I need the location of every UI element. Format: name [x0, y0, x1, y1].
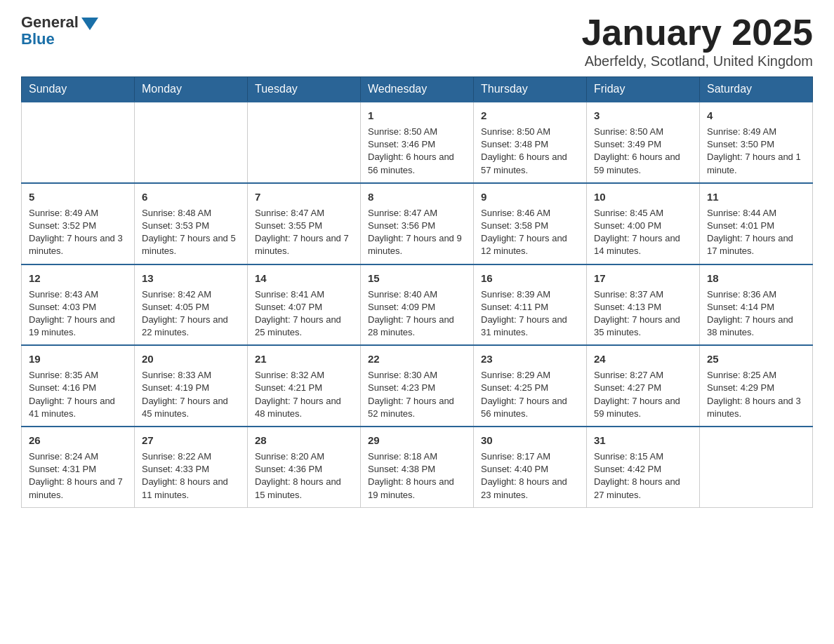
calendar-cell: 21Sunrise: 8:32 AMSunset: 4:21 PMDayligh… — [248, 345, 361, 427]
calendar-cell: 25Sunrise: 8:25 AMSunset: 4:29 PMDayligh… — [700, 345, 813, 427]
day-number: 13 — [142, 271, 240, 286]
calendar-cell: 14Sunrise: 8:41 AMSunset: 4:07 PMDayligh… — [248, 264, 361, 346]
day-info: Daylight: 7 hours and 7 minutes. — [255, 232, 353, 257]
day-number: 9 — [481, 189, 579, 204]
day-number: 6 — [142, 189, 240, 204]
day-info: Sunrise: 8:44 AM — [707, 207, 805, 220]
column-header-saturday: Saturday — [700, 77, 813, 102]
column-header-monday: Monday — [135, 77, 248, 102]
day-info: Daylight: 7 hours and 28 minutes. — [368, 314, 466, 339]
calendar-cell: 3Sunrise: 8:50 AMSunset: 3:49 PMDaylight… — [587, 102, 700, 183]
day-info: Daylight: 8 hours and 3 minutes. — [707, 395, 805, 420]
day-info: Sunset: 4:03 PM — [29, 301, 127, 314]
day-info: Sunrise: 8:45 AM — [594, 207, 692, 220]
calendar-cell: 17Sunrise: 8:37 AMSunset: 4:13 PMDayligh… — [587, 264, 700, 346]
day-info: Daylight: 8 hours and 11 minutes. — [142, 476, 240, 501]
day-info: Sunset: 4:40 PM — [481, 463, 579, 476]
calendar-cell: 18Sunrise: 8:36 AMSunset: 4:14 PMDayligh… — [700, 264, 813, 346]
day-info: Daylight: 7 hours and 48 minutes. — [255, 395, 353, 420]
calendar-cell: 4Sunrise: 8:49 AMSunset: 3:50 PMDaylight… — [700, 102, 813, 183]
logo-name-blue: Blue — [21, 31, 98, 48]
calendar-week-row: 5Sunrise: 8:49 AMSunset: 3:52 PMDaylight… — [22, 183, 813, 264]
day-info: Sunset: 3:52 PM — [29, 220, 127, 232]
day-info: Sunset: 4:27 PM — [594, 382, 692, 394]
day-info: Sunrise: 8:47 AM — [368, 207, 466, 220]
day-info: Sunset: 4:01 PM — [707, 220, 805, 232]
calendar-cell: 20Sunrise: 8:33 AMSunset: 4:19 PMDayligh… — [135, 345, 248, 427]
column-header-tuesday: Tuesday — [248, 77, 361, 102]
day-info: Sunset: 4:33 PM — [142, 463, 240, 476]
calendar-cell: 15Sunrise: 8:40 AMSunset: 4:09 PMDayligh… — [361, 264, 474, 346]
day-info: Sunrise: 8:42 AM — [142, 288, 240, 301]
calendar-cell: 28Sunrise: 8:20 AMSunset: 4:36 PMDayligh… — [248, 427, 361, 507]
day-info: Daylight: 7 hours and 56 minutes. — [481, 395, 579, 420]
day-info: Sunrise: 8:41 AM — [255, 288, 353, 301]
day-info: Sunrise: 8:50 AM — [594, 126, 692, 138]
calendar-cell: 22Sunrise: 8:30 AMSunset: 4:23 PMDayligh… — [361, 345, 474, 427]
day-info: Sunset: 4:13 PM — [594, 301, 692, 314]
calendar-body: 1Sunrise: 8:50 AMSunset: 3:46 PMDaylight… — [22, 102, 813, 507]
day-number: 2 — [481, 108, 579, 123]
calendar-week-row: 26Sunrise: 8:24 AMSunset: 4:31 PMDayligh… — [22, 427, 813, 507]
day-info: Sunrise: 8:25 AM — [707, 369, 805, 382]
days-of-week-row: SundayMondayTuesdayWednesdayThursdayFrid… — [22, 77, 813, 102]
day-number: 7 — [255, 189, 353, 204]
calendar-cell: 26Sunrise: 8:24 AMSunset: 4:31 PMDayligh… — [22, 427, 135, 507]
calendar-cell — [135, 102, 248, 183]
day-number: 19 — [29, 351, 127, 366]
calendar-table: SundayMondayTuesdayWednesdayThursdayFrid… — [21, 76, 813, 508]
calendar-cell: 8Sunrise: 8:47 AMSunset: 3:56 PMDaylight… — [361, 183, 474, 264]
day-info: Sunset: 3:56 PM — [368, 220, 466, 232]
day-number: 16 — [481, 271, 579, 286]
calendar-cell: 30Sunrise: 8:17 AMSunset: 4:40 PMDayligh… — [474, 427, 587, 507]
day-info: Sunset: 4:07 PM — [255, 301, 353, 314]
day-info: Daylight: 7 hours and 12 minutes. — [481, 232, 579, 257]
day-info: Sunrise: 8:50 AM — [481, 126, 579, 138]
day-number: 1 — [368, 108, 466, 123]
day-info: Sunset: 4:21 PM — [255, 382, 353, 394]
calendar-cell: 9Sunrise: 8:46 AMSunset: 3:58 PMDaylight… — [474, 183, 587, 264]
day-info: Daylight: 7 hours and 52 minutes. — [368, 395, 466, 420]
title-area: January 2025 Aberfeldy, Scotland, United… — [581, 14, 813, 69]
day-info: Daylight: 7 hours and 35 minutes. — [594, 314, 692, 339]
calendar-cell: 13Sunrise: 8:42 AMSunset: 4:05 PMDayligh… — [135, 264, 248, 346]
day-number: 22 — [368, 351, 466, 366]
day-number: 27 — [142, 433, 240, 448]
day-info: Sunrise: 8:32 AM — [255, 369, 353, 382]
day-info: Sunset: 4:19 PM — [142, 382, 240, 394]
calendar-header: SundayMondayTuesdayWednesdayThursdayFrid… — [22, 77, 813, 102]
month-title: January 2025 — [581, 14, 813, 51]
day-info: Sunset: 3:48 PM — [481, 138, 579, 151]
calendar-cell: 11Sunrise: 8:44 AMSunset: 4:01 PMDayligh… — [700, 183, 813, 264]
column-header-thursday: Thursday — [474, 77, 587, 102]
day-info: Sunrise: 8:39 AM — [481, 288, 579, 301]
day-number: 5 — [29, 189, 127, 204]
day-info: Sunset: 4:00 PM — [594, 220, 692, 232]
day-number: 29 — [368, 433, 466, 448]
day-info: Daylight: 8 hours and 15 minutes. — [255, 476, 353, 501]
day-info: Sunrise: 8:29 AM — [481, 369, 579, 382]
calendar-cell: 10Sunrise: 8:45 AMSunset: 4:00 PMDayligh… — [587, 183, 700, 264]
day-info: Sunset: 4:42 PM — [594, 463, 692, 476]
day-number: 11 — [707, 189, 805, 204]
day-number: 23 — [481, 351, 579, 366]
calendar-cell: 16Sunrise: 8:39 AMSunset: 4:11 PMDayligh… — [474, 264, 587, 346]
logo-name-general: General — [21, 14, 79, 31]
day-number: 28 — [255, 433, 353, 448]
day-info: Sunrise: 8:27 AM — [594, 369, 692, 382]
day-info: Sunrise: 8:36 AM — [707, 288, 805, 301]
day-info: Daylight: 7 hours and 17 minutes. — [707, 232, 805, 257]
day-info: Sunset: 4:14 PM — [707, 301, 805, 314]
calendar-cell: 7Sunrise: 8:47 AMSunset: 3:55 PMDaylight… — [248, 183, 361, 264]
day-info: Daylight: 7 hours and 14 minutes. — [594, 232, 692, 257]
day-number: 20 — [142, 351, 240, 366]
day-info: Sunset: 4:38 PM — [368, 463, 466, 476]
column-header-sunday: Sunday — [22, 77, 135, 102]
day-number: 30 — [481, 433, 579, 448]
day-info: Sunrise: 8:33 AM — [142, 369, 240, 382]
day-info: Sunset: 4:23 PM — [368, 382, 466, 394]
day-number: 14 — [255, 271, 353, 286]
day-info: Sunrise: 8:20 AM — [255, 450, 353, 463]
day-info: Sunrise: 8:35 AM — [29, 369, 127, 382]
day-number: 4 — [707, 108, 805, 123]
